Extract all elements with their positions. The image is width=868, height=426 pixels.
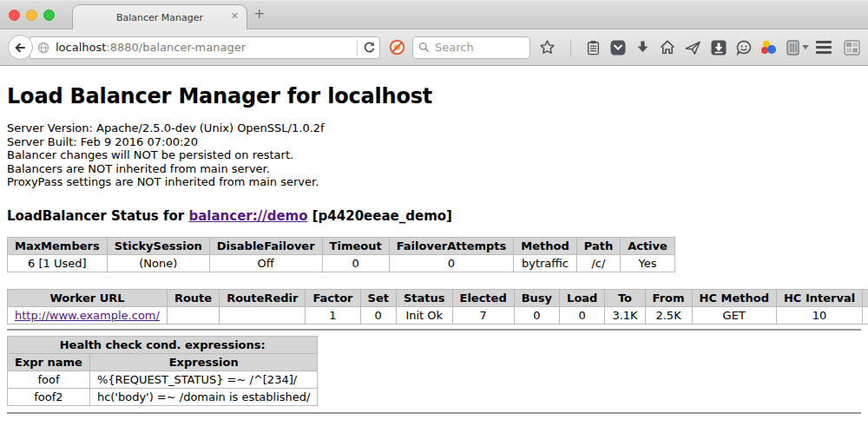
heading-suffix: [p4420eeae_demo]	[308, 208, 452, 224]
persist-notice-line: Balancer changes will NOT be persisted o…	[7, 148, 861, 162]
cell-passes: 1 (0)	[863, 306, 868, 324]
send-plane-icon[interactable]	[685, 40, 701, 56]
col-header: Factor	[306, 289, 360, 306]
cell-disablefailover: Off	[209, 254, 322, 272]
search-bar[interactable]	[412, 36, 530, 59]
cell-expr-name: foof2	[8, 388, 90, 405]
col-header: Expr name	[8, 353, 90, 370]
cell-to: 3.1K	[605, 306, 645, 324]
col-header: StickySession	[107, 237, 209, 254]
col-header: Method	[514, 237, 576, 254]
cell-route	[167, 306, 219, 324]
col-header: Worker URL	[8, 289, 168, 306]
cell-worker-url: http://www.example.com/	[8, 306, 168, 324]
url-host: localhost	[56, 41, 106, 54]
col-header: Elected	[452, 289, 514, 306]
cell-hc-interval: 10	[776, 306, 862, 324]
feedback-smiley-icon[interactable]	[736, 40, 752, 56]
table-row: http://www.example.com/ 1 0 Init Ok 7 0 …	[8, 306, 868, 324]
urlbar-divider	[357, 40, 358, 56]
balancer-link[interactable]: balancer://demo	[188, 208, 307, 224]
tab-close-icon[interactable]: ✕	[231, 11, 239, 21]
server-built-line: Server Built: Feb 9 2016 07:00:20	[7, 135, 861, 149]
pocket-icon[interactable]	[610, 40, 626, 56]
url-text[interactable]: localhost:8880/balancer-manager	[56, 41, 352, 54]
window-controls	[9, 10, 55, 21]
cell-failoverattempts: 0	[389, 254, 514, 272]
health-check-table: Health check cond. expressions: Expr nam…	[7, 336, 318, 406]
cell-from: 2.5K	[645, 306, 692, 324]
tab-groups-icon[interactable]	[844, 40, 860, 56]
content-block-icon[interactable]	[389, 39, 405, 56]
cell-active: Yes	[621, 254, 675, 272]
inherit-notice-line: Balancers are NOT inherited from main se…	[7, 162, 861, 176]
search-input[interactable]	[433, 40, 524, 55]
cell-load: 0	[560, 306, 605, 324]
save-box-icon[interactable]	[711, 40, 727, 56]
bookmark-star-icon[interactable]	[539, 39, 556, 56]
col-header: Busy	[514, 289, 559, 306]
page-content: Load Balancer Manager for localhost Serv…	[0, 84, 868, 414]
col-header: Route	[167, 289, 219, 306]
clipboard-icon[interactable]	[586, 40, 601, 56]
url-path: :8880/balancer-manager	[106, 41, 246, 54]
table-header-row: MaxMembers StickySession DisableFailover…	[8, 237, 675, 254]
col-header: Status	[396, 289, 452, 306]
table-header-row: Worker URL Route RouteRedir Factor Set S…	[8, 289, 868, 306]
window-minimize-button[interactable]	[26, 10, 37, 21]
cell-maxmembers: 6 [1 Used]	[8, 254, 108, 272]
bottom-divider	[7, 412, 861, 414]
col-header: RouteRedir	[220, 289, 306, 306]
col-header: DisableFailover	[209, 237, 322, 254]
col-header: Passes	[863, 289, 868, 306]
server-version-line: Server Version: Apache/2.5.0-dev (Unix) …	[7, 121, 861, 135]
col-header: HC Interval	[776, 289, 862, 306]
col-header: FailoverAttempts	[389, 237, 514, 254]
table-row: foof2 hc('body') =~ /domain is establish…	[8, 388, 318, 405]
container-icon[interactable]	[786, 40, 809, 56]
cell-path: /c/	[576, 254, 620, 272]
back-button[interactable]	[8, 35, 33, 60]
tab-title: Balancer Manager	[116, 12, 203, 23]
home-icon[interactable]	[660, 40, 675, 55]
proxypass-notice-line: ProxyPass settings are NOT inherited fro…	[7, 175, 861, 189]
downloads-icon[interactable]	[635, 40, 650, 55]
cell-expr-name: foof	[8, 370, 90, 388]
heading-prefix: LoadBalancer Status for	[7, 208, 188, 224]
menu-icon[interactable]	[816, 41, 832, 54]
dropdown-caret-icon[interactable]	[802, 45, 809, 49]
browser-window: Balancer Manager ✕ + localhost:8880/bala…	[0, 0, 868, 414]
col-header: Active	[621, 237, 675, 254]
health-table-title: Health check cond. expressions:	[8, 336, 318, 353]
browser-tab[interactable]: Balancer Manager ✕	[72, 4, 247, 29]
col-header: Path	[576, 237, 620, 254]
col-header: From	[645, 289, 692, 306]
table-title-row: Health check cond. expressions:	[8, 336, 318, 353]
navigation-toolbar: localhost:8880/balancer-manager	[0, 29, 868, 66]
balancer-status-heading: LoadBalancer Status for balancer://demo …	[7, 208, 861, 224]
cell-expression: %{REQUEST_STATUS} =~ /^[234]/	[89, 370, 318, 388]
server-info: Server Version: Apache/2.5.0-dev (Unix) …	[7, 121, 861, 189]
search-icon	[418, 42, 430, 53]
colored-dots-icon[interactable]	[761, 41, 777, 55]
cell-busy: 0	[514, 306, 559, 324]
toolbar-buttons	[539, 39, 809, 56]
col-header: HC Method	[692, 289, 776, 306]
cell-status: Init Ok	[396, 306, 452, 324]
cell-stickysession: (None)	[107, 254, 209, 272]
toolbar-separator	[570, 39, 571, 56]
cell-timeout: 0	[322, 254, 389, 272]
reload-button[interactable]	[363, 41, 376, 54]
worker-url-link[interactable]: http://www.example.com/	[15, 309, 160, 322]
col-header: To	[605, 289, 645, 306]
new-tab-button[interactable]: +	[253, 5, 265, 22]
col-header: Set	[360, 289, 396, 306]
window-zoom-button[interactable]	[43, 10, 55, 21]
address-bar[interactable]: localhost:8880/balancer-manager	[30, 36, 380, 59]
cell-expression: hc('body') =~ /domain is established/	[89, 388, 318, 405]
window-close-button[interactable]	[9, 10, 20, 21]
col-header: Timeout	[322, 237, 389, 254]
balancer-settings-table: MaxMembers StickySession DisableFailover…	[7, 237, 675, 272]
cell-factor: 1	[306, 306, 360, 324]
tab-bar: Balancer Manager ✕ +	[0, 0, 868, 29]
